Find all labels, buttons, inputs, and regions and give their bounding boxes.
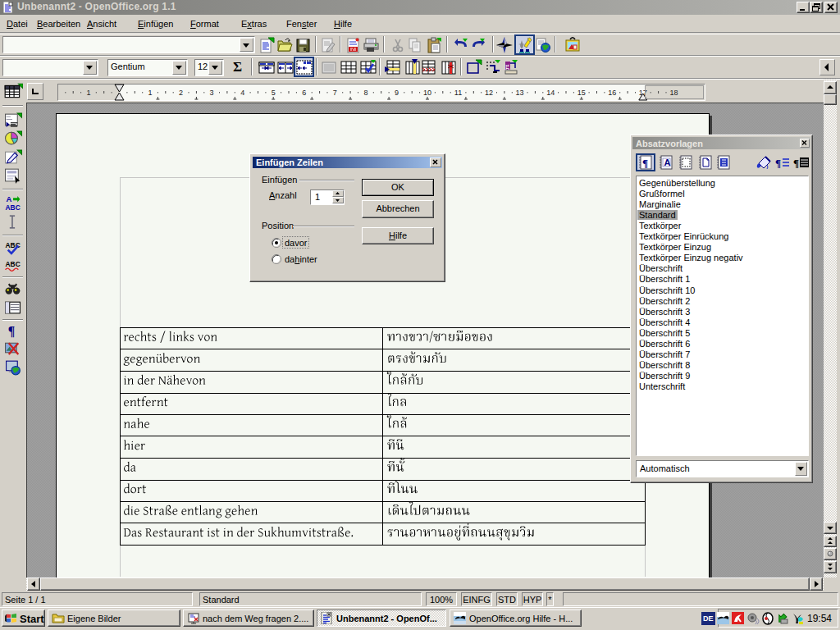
svg-text:A: A [7, 194, 12, 203]
svg-text:16: 16 [608, 89, 616, 97]
svg-text:¶: ¶ [8, 324, 16, 338]
svg-text:10: 10 [423, 89, 431, 97]
svg-text:4: 4 [240, 89, 244, 97]
svg-text:2: 2 [179, 89, 183, 97]
svg-text:g: g [505, 62, 509, 71]
svg-text:1: 1 [86, 89, 90, 97]
svg-text:14: 14 [546, 89, 555, 97]
svg-text:12: 12 [485, 89, 493, 97]
svg-text:8: 8 [363, 89, 368, 97]
svg-text:ABC: ABC [6, 203, 21, 212]
svg-text:6: 6 [302, 89, 306, 97]
svg-text:¶: ¶ [642, 157, 648, 169]
svg-text:18: 18 [669, 89, 678, 97]
svg-text:A: A [664, 158, 671, 167]
svg-text:9: 9 [395, 89, 399, 97]
svg-text:ABC: ABC [6, 260, 21, 268]
svg-text:1: 1 [148, 89, 152, 97]
svg-text:7: 7 [333, 89, 337, 97]
svg-text:11: 11 [454, 89, 462, 97]
svg-text:3: 3 [210, 89, 214, 97]
svg-text:¶: ¶ [793, 157, 799, 169]
svg-text:13: 13 [516, 89, 524, 97]
svg-text:ABC: ABC [6, 241, 21, 249]
svg-text:5: 5 [272, 89, 276, 97]
svg-text:¶: ¶ [775, 157, 781, 169]
svg-text:15: 15 [578, 89, 586, 97]
